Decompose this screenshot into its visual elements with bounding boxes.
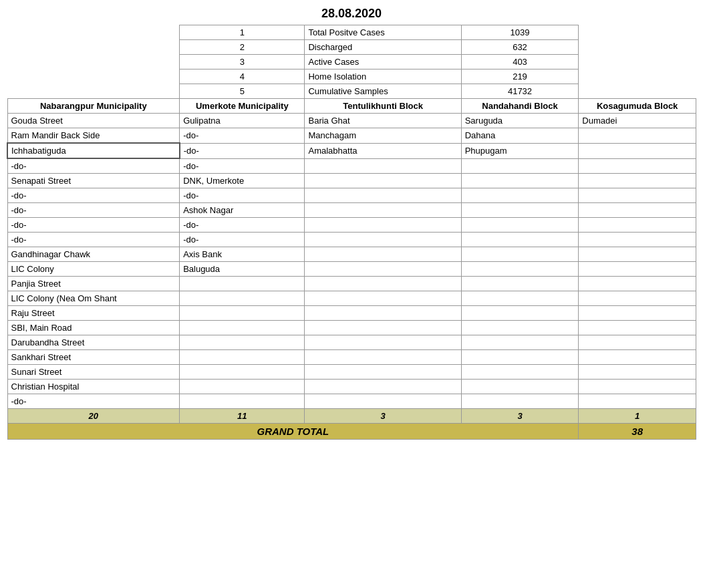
cell-17-4 (579, 365, 696, 380)
cell-15-0: Darubandha Street (7, 335, 180, 350)
header-kosagumuda: Kosagumuda Block (579, 99, 696, 114)
cell-3-2 (305, 158, 461, 174)
cell-9-3 (461, 247, 579, 262)
totals-row: 20 11 3 3 1 (7, 409, 696, 424)
table-row: Senapati StreetDNK, Umerkote (7, 174, 696, 188)
table-row: LIC Colony (Nea Om Shant (7, 291, 696, 306)
summary-num-5: 5 (180, 84, 305, 99)
cell-19-2 (305, 394, 461, 409)
cell-10-3 (461, 262, 579, 277)
summary-value-5: 41732 (461, 84, 579, 99)
cell-16-4 (579, 350, 696, 365)
table-row: Sankhari Street (7, 350, 696, 365)
cell-14-2 (305, 321, 461, 335)
table-row: -do--do- (7, 218, 696, 233)
total-c4: 3 (461, 409, 579, 424)
cell-6-0: -do- (7, 203, 180, 218)
cell-4-1: DNK, Umerkote (180, 174, 305, 188)
table-row: Panjia Street (7, 277, 696, 291)
table-row: -do-Ashok Nagar (7, 203, 696, 218)
summary-row-1: 1 Total Positve Cases 1039 (7, 25, 696, 40)
cell-14-0: SBI, Main Road (7, 321, 180, 335)
cell-3-3 (461, 158, 579, 174)
table-row: -do--do- (7, 188, 696, 203)
summary-value-1: 1039 (461, 25, 579, 40)
cell-1-0: Ram Mandir Back Side (7, 128, 180, 144)
page-title: 28.08.2020 (7, 7, 696, 21)
summary-value-2: 632 (461, 40, 579, 55)
table-row: Christian Hospital (7, 380, 696, 394)
summary-num-4: 4 (180, 69, 305, 84)
cell-8-3 (461, 233, 579, 247)
table-row: Sunari Street (7, 365, 696, 380)
cell-18-3 (461, 380, 579, 394)
table-row: Gandhinagar ChawkAxis Bank (7, 247, 696, 262)
cell-12-0: LIC Colony (Nea Om Shant (7, 291, 180, 306)
cell-18-0: Christian Hospital (7, 380, 180, 394)
header-tentulikhunti: Tentulikhunti Block (305, 99, 461, 114)
summary-label-3: Active Cases (305, 55, 461, 69)
table-row: -do- (7, 394, 696, 409)
cell-2-0: Ichhabatiguda (7, 143, 180, 158)
cell-19-3 (461, 394, 579, 409)
cell-16-0: Sankhari Street (7, 350, 180, 365)
total-c3: 3 (305, 409, 461, 424)
cell-2-2: Amalabhatta (305, 143, 461, 158)
cell-6-3 (461, 203, 579, 218)
cell-14-3 (461, 321, 579, 335)
cell-13-2 (305, 306, 461, 321)
cell-9-1: Axis Bank (180, 247, 305, 262)
cell-12-2 (305, 291, 461, 306)
summary-label-1: Total Positve Cases (305, 25, 461, 40)
cell-19-1 (180, 394, 305, 409)
summary-num-2: 2 (180, 40, 305, 55)
table-row: Raju Street (7, 306, 696, 321)
cell-17-3 (461, 365, 579, 380)
cell-15-4 (579, 335, 696, 350)
total-c1: 20 (7, 409, 180, 424)
column-headers: Nabarangpur Municipality Umerkote Munici… (7, 99, 696, 114)
summary-value-4: 219 (461, 69, 579, 84)
cell-0-2: Baria Ghat (305, 114, 461, 128)
table-row: -do--do- (7, 233, 696, 247)
cell-2-3: Phupugam (461, 143, 579, 158)
cell-12-3 (461, 291, 579, 306)
cell-19-0: -do- (7, 394, 180, 409)
cell-5-1: -do- (180, 188, 305, 203)
cell-17-1 (180, 365, 305, 380)
total-c2: 11 (180, 409, 305, 424)
cell-12-4 (579, 291, 696, 306)
cell-2-1: -do- (180, 143, 305, 158)
cell-3-0: -do- (7, 158, 180, 174)
table-row: Ichhabatiguda-do-AmalabhattaPhupugam (7, 143, 696, 158)
grand-total-value: 38 (579, 424, 696, 440)
summary-label-4: Home Isolation (305, 69, 461, 84)
cell-4-2 (305, 174, 461, 188)
cell-2-4 (579, 143, 696, 158)
cell-5-3 (461, 188, 579, 203)
cell-1-3: Dahana (461, 128, 579, 144)
cell-9-0: Gandhinagar Chawk (7, 247, 180, 262)
cell-5-0: -do- (7, 188, 180, 203)
cell-14-1 (180, 321, 305, 335)
table-row: -do--do- (7, 158, 696, 174)
cell-19-4 (579, 394, 696, 409)
cell-12-1 (180, 291, 305, 306)
cell-6-1: Ashok Nagar (180, 203, 305, 218)
cell-16-2 (305, 350, 461, 365)
cell-17-2 (305, 365, 461, 380)
cell-7-3 (461, 218, 579, 233)
cell-13-0: Raju Street (7, 306, 180, 321)
cell-13-4 (579, 306, 696, 321)
cell-0-1: Gulipatna (180, 114, 305, 128)
cell-16-3 (461, 350, 579, 365)
table-row: Gouda StreetGulipatnaBaria GhatSarugudaD… (7, 114, 696, 128)
cell-1-4 (579, 128, 696, 144)
cell-3-4 (579, 158, 696, 174)
cell-1-1: -do- (180, 128, 305, 144)
cell-10-4 (579, 262, 696, 277)
cell-11-2 (305, 277, 461, 291)
cell-8-4 (579, 233, 696, 247)
cell-18-1 (180, 380, 305, 394)
cell-6-4 (579, 203, 696, 218)
